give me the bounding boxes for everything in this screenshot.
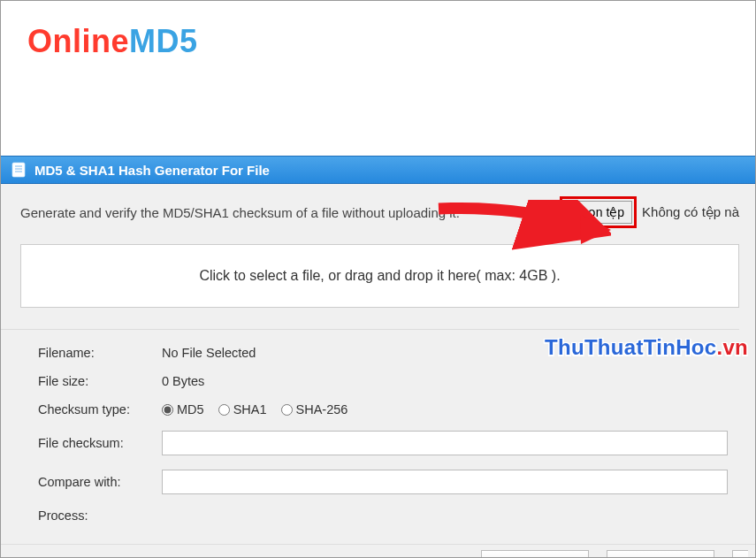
radio-label-sha1: SHA1 <box>233 402 267 417</box>
value-filesize: 0 Bytes <box>162 374 204 388</box>
label-compare-with: Compare with: <box>38 475 162 489</box>
description-row: Generate and verify the MD5/SHA1 checksu… <box>20 196 739 228</box>
file-picker-area: Chọn tệp Không có tệp nà <box>560 196 739 228</box>
compare-button[interactable]: Compare <box>481 550 589 558</box>
row-checksum-type: Checksum type: MD5 SHA1 SHA-256 <box>38 402 739 417</box>
radio-label-md5: MD5 <box>177 402 204 417</box>
logo-part-md5: MD5 <box>129 23 198 59</box>
row-filesize: File size: 0 Bytes <box>38 374 739 388</box>
button-cutoff <box>732 550 748 558</box>
checksum-type-options: MD5 SHA1 SHA-256 <box>162 402 347 417</box>
choose-file-button[interactable]: Chọn tệp <box>564 201 632 224</box>
radio-option-sha256[interactable]: SHA-256 <box>281 402 348 417</box>
compare-with-input[interactable] <box>162 470 728 494</box>
radio-option-sha1[interactable]: SHA1 <box>218 402 267 417</box>
dropzone-text: Click to select a file, or drag and drop… <box>199 268 560 284</box>
radio-option-md5[interactable]: MD5 <box>162 402 204 417</box>
logo-part-online: Online <box>27 23 129 59</box>
file-checksum-input[interactable] <box>162 431 728 455</box>
label-filename: Filename: <box>38 346 162 360</box>
label-checksum-type: Checksum type: <box>38 402 162 417</box>
panel-body: Generate and verify the MD5/SHA1 checksu… <box>1 184 755 545</box>
fields-area: Filename: No File Selected File size: 0 … <box>1 329 739 544</box>
radio-sha256[interactable] <box>281 404 293 416</box>
site-logo: OnlineMD5 <box>27 23 755 60</box>
panel-header: MD5 & SHA1 Hash Generator For File <box>1 156 755 184</box>
label-process: Process: <box>38 508 162 523</box>
row-file-checksum: File checksum: <box>38 431 739 455</box>
dropzone[interactable]: Click to select a file, or drag and drop… <box>20 244 739 308</box>
radio-label-sha256: SHA-256 <box>296 402 348 417</box>
row-filename: Filename: No File Selected <box>38 346 739 360</box>
row-process: Process: <box>38 508 739 523</box>
panel-description: Generate and verify the MD5/SHA1 checksu… <box>20 205 460 220</box>
svg-rect-0 <box>12 163 25 177</box>
label-file-checksum: File checksum: <box>38 436 162 450</box>
choose-file-highlight: Chọn tệp <box>560 196 637 228</box>
value-filename: No File Selected <box>162 346 256 360</box>
radio-sha1[interactable] <box>218 404 230 416</box>
no-file-chosen-label: Không có tệp nà <box>642 204 739 220</box>
pause-button[interactable]: Pause <box>607 550 714 558</box>
footer-buttons: Compare Pause <box>1 545 755 558</box>
row-compare-with: Compare with: <box>38 470 739 494</box>
file-icon <box>10 161 27 179</box>
radio-md5[interactable] <box>162 404 173 416</box>
hash-generator-panel: MD5 & SHA1 Hash Generator For File Gener… <box>1 156 755 558</box>
label-filesize: File size: <box>38 374 162 388</box>
panel-title: MD5 & SHA1 Hash Generator For File <box>34 163 270 178</box>
